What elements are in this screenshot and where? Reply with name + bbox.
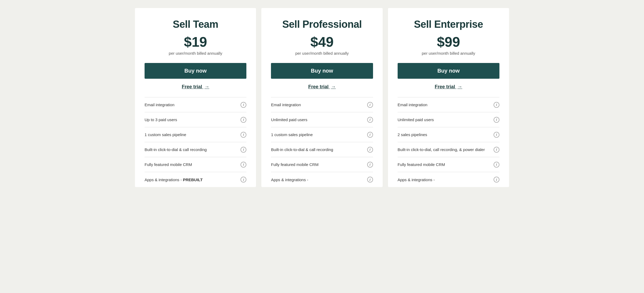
info-icon[interactable]: i: [240, 177, 246, 183]
feature-item: Up to 3 paid usersi: [145, 112, 246, 127]
plan-title-sell-team: Sell Team: [145, 19, 246, 30]
features-list-sell-team: Email integrationiUp to 3 paid usersi1 c…: [145, 97, 246, 187]
info-icon[interactable]: i: [494, 147, 499, 153]
info-icon-symbol: i: [370, 148, 371, 151]
feature-text: Fully featured mobile CRM: [271, 162, 367, 167]
info-icon[interactable]: i: [494, 177, 499, 183]
info-icon[interactable]: i: [494, 102, 499, 108]
info-icon-symbol: i: [496, 163, 497, 166]
plan-price-sell-team: $19: [145, 35, 246, 49]
buy-now-button-sell-enterprise[interactable]: Buy now: [398, 63, 499, 79]
free-trial-arrow: →: [204, 84, 209, 89]
feature-text: 1 custom sales pipeline: [271, 132, 367, 137]
feature-text: Fully featured mobile CRM: [398, 162, 494, 167]
info-icon[interactable]: i: [494, 162, 499, 168]
feature-text: Fully featured mobile CRM: [145, 162, 240, 167]
free-trial-arrow: →: [331, 84, 336, 89]
info-icon-symbol: i: [370, 178, 371, 181]
feature-item: Built-in click-to-dial & call recordingi: [145, 142, 246, 157]
plan-card-sell-enterprise: Sell Enterprise$99per user/month billed …: [388, 8, 509, 187]
plan-card-sell-team: Sell Team$19per user/month billed annual…: [135, 8, 256, 187]
info-icon[interactable]: i: [367, 147, 373, 153]
info-icon-symbol: i: [496, 133, 497, 136]
feature-text: Built-in click-to-dial, call recording, …: [398, 147, 494, 152]
info-icon-symbol: i: [243, 148, 244, 151]
info-icon[interactable]: i: [240, 132, 246, 138]
plan-billing-sell-enterprise: per user/month billed annually: [398, 51, 499, 56]
feature-item: Apps & integrations - i: [271, 172, 373, 187]
feature-text: Email integration: [398, 102, 494, 108]
free-trial-arrow: →: [457, 84, 462, 89]
free-trial-link-sell-enterprise[interactable]: Free trial →: [398, 84, 499, 90]
info-icon-symbol: i: [243, 163, 244, 166]
plan-card-sell-professional: Sell Professional$49per user/month bille…: [261, 8, 382, 187]
info-icon-symbol: i: [496, 148, 497, 151]
feature-text: 1 custom sales pipeline: [145, 132, 240, 137]
feature-item: 1 custom sales pipelinei: [271, 127, 373, 142]
features-list-sell-professional: Email integrationiUnlimited paid usersi1…: [271, 97, 373, 187]
feature-text: Email integration: [271, 102, 367, 108]
info-icon[interactable]: i: [494, 132, 499, 138]
feature-item: Email integrationi: [145, 97, 246, 112]
info-icon[interactable]: i: [367, 102, 373, 108]
info-icon[interactable]: i: [240, 162, 246, 168]
info-icon-symbol: i: [243, 133, 244, 136]
info-icon-symbol: i: [370, 103, 371, 106]
info-icon-symbol: i: [243, 118, 244, 121]
plan-price-sell-professional: $49: [271, 35, 373, 49]
feature-item: Built-in click-to-dial & call recordingi: [271, 142, 373, 157]
info-icon-symbol: i: [243, 178, 244, 181]
feature-text: 2 sales pipelines: [398, 132, 494, 137]
info-icon-symbol: i: [243, 103, 244, 106]
plan-billing-sell-team: per user/month billed annually: [145, 51, 246, 56]
feature-item: Built-in click-to-dial, call recording, …: [398, 142, 499, 157]
plans-container: Sell Team$19per user/month billed annual…: [135, 8, 509, 187]
feature-text: Up to 3 paid users: [145, 117, 240, 122]
info-icon[interactable]: i: [240, 117, 246, 123]
feature-text: Built-in click-to-dial & call recording: [145, 147, 240, 152]
buy-now-button-sell-team[interactable]: Buy now: [145, 63, 246, 79]
feature-item: Email integrationi: [398, 97, 499, 112]
feature-text: Built-in click-to-dial & call recording: [271, 147, 367, 152]
buy-now-button-sell-professional[interactable]: Buy now: [271, 63, 373, 79]
feature-item: Fully featured mobile CRMi: [145, 157, 246, 172]
info-icon[interactable]: i: [367, 132, 373, 138]
info-icon[interactable]: i: [240, 102, 246, 108]
feature-text: Unlimited paid users: [271, 117, 367, 122]
info-icon-symbol: i: [496, 103, 497, 106]
feature-text: Unlimited paid users: [398, 117, 494, 122]
info-icon-symbol: i: [370, 133, 371, 136]
info-icon[interactable]: i: [367, 162, 373, 168]
plan-title-sell-professional: Sell Professional: [271, 19, 373, 30]
info-icon-symbol: i: [496, 178, 497, 181]
info-icon[interactable]: i: [367, 117, 373, 123]
feature-item: Fully featured mobile CRMi: [271, 157, 373, 172]
feature-item: Fully featured mobile CRMi: [398, 157, 499, 172]
features-list-sell-enterprise: Email integrationiUnlimited paid usersi2…: [398, 97, 499, 187]
feature-item: Email integrationi: [271, 97, 373, 112]
feature-text: Email integration: [145, 102, 240, 108]
info-icon-symbol: i: [370, 118, 371, 121]
info-icon[interactable]: i: [367, 177, 373, 183]
feature-item: Unlimited paid usersi: [398, 112, 499, 127]
feature-text: Apps & integrations - PREBUILT: [145, 177, 240, 183]
feature-text: Apps & integrations -: [271, 177, 367, 183]
feature-item: Apps & integrations - PREBUILTi: [145, 172, 246, 187]
plan-billing-sell-professional: per user/month billed annually: [271, 51, 373, 56]
feature-item: 2 sales pipelinesi: [398, 127, 499, 142]
feature-text: Apps & integrations -: [398, 177, 494, 183]
info-icon[interactable]: i: [240, 147, 246, 153]
free-trial-link-sell-professional[interactable]: Free trial →: [271, 84, 373, 90]
plan-price-sell-enterprise: $99: [398, 35, 499, 49]
info-icon[interactable]: i: [494, 117, 499, 123]
free-trial-link-sell-team[interactable]: Free trial →: [145, 84, 246, 90]
info-icon-symbol: i: [496, 118, 497, 121]
feature-item: Unlimited paid usersi: [271, 112, 373, 127]
info-icon-symbol: i: [370, 163, 371, 166]
plan-title-sell-enterprise: Sell Enterprise: [398, 19, 499, 30]
feature-item: 1 custom sales pipelinei: [145, 127, 246, 142]
feature-item: Apps & integrations - i: [398, 172, 499, 187]
